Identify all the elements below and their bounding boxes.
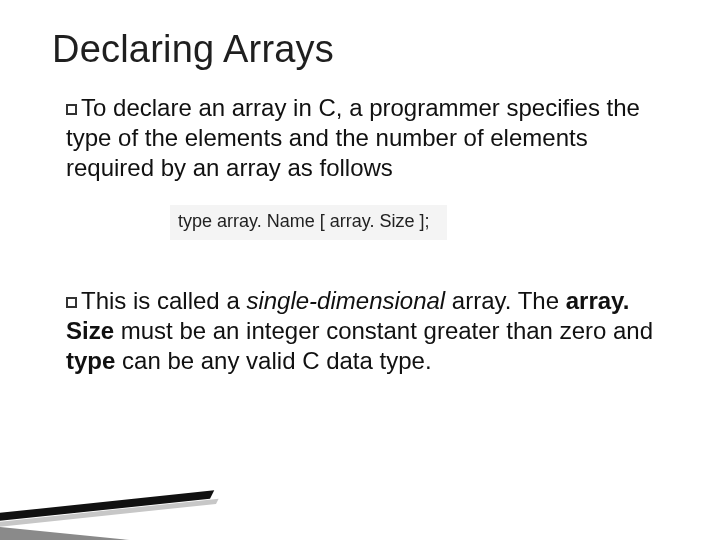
bullet-2-t3: must be an integer constant greater than… [114,317,653,344]
accent-triangle [0,526,230,540]
bullet-marker-icon [66,297,77,308]
bullet-2-italic: single-dimensional [246,287,445,314]
bullet-2: This is called a single-dimensional arra… [66,286,668,376]
bullet-2-t1: is called a [126,287,246,314]
bullet-2-t2: array. The [445,287,566,314]
bullet-2-bold2: type [66,347,115,374]
bullet-2-lead: This [81,287,126,314]
slide-title: Declaring Arrays [52,28,668,71]
bullet-1-lead: To [81,94,106,121]
bullet-1-text: declare an array in C, a programmer spec… [66,94,640,181]
accent-bar-dark [0,490,214,524]
code-snippet: type array. Name [ array. Size ]; [170,205,447,240]
corner-accent [0,496,240,540]
accent-bar-gray [0,499,219,530]
bullet-2-t4: can be any valid C data type. [115,347,431,374]
bullet-marker-icon [66,104,77,115]
slide: Declaring Arrays To declare an array in … [0,0,720,540]
bullet-1: To declare an array in C, a programmer s… [66,93,668,183]
accent-slit [10,534,190,540]
